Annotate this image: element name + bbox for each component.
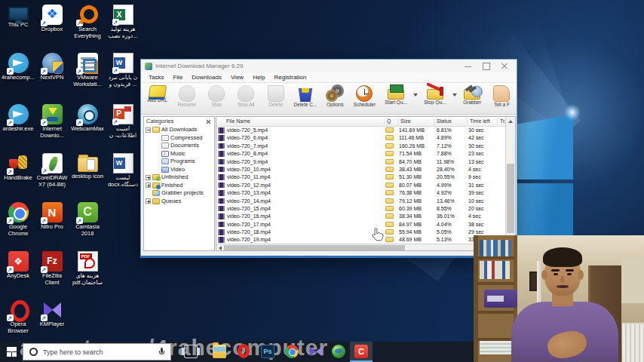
table-row[interactable]: video-720_8.mp4 71.54 MB 7.88% 23 sec [216, 150, 505, 158]
column-time-left[interactable]: Time left [467, 118, 490, 127]
expand-icon[interactable] [146, 198, 151, 204]
category-documents[interactable]: Documents [144, 142, 214, 150]
table-row[interactable]: video-720_16.mp4 38.34 MB 36.01% 4 sec [216, 213, 505, 220]
desktop-icon-filezilla[interactable]: FileZilla Client [35, 251, 69, 286]
menu-view[interactable]: View [226, 74, 248, 81]
resume-button[interactable]: Resume [172, 84, 201, 107]
taskbar-file-explorer[interactable] [208, 342, 231, 362]
microphone-icon[interactable] [159, 348, 164, 356]
category-grabber-projects[interactable]: Grabber projects [144, 189, 214, 198]
stop-button[interactable]: Stop [202, 84, 232, 107]
table-row[interactable]: video-720_15.mp4 60.39 MB 8.55% 20 sec [216, 205, 505, 213]
desktop-icon-pdf-file[interactable]: هزینه های ساختمان.pdf [70, 251, 105, 286]
column-queue[interactable]: Q [384, 118, 391, 127]
table-row[interactable]: video-720_10.mp4 38.43 MB 28.40% 4 sec [216, 166, 505, 173]
desktop-icon-this-pc[interactable]: This PC [1, 5, 35, 29]
taskbar-opera[interactable] [232, 342, 255, 362]
task-view-button[interactable] [179, 342, 202, 362]
taskbar-kmplayer[interactable] [305, 342, 327, 362]
category-programs[interactable]: Programs [144, 158, 214, 166]
desktop-icon-ppt-file[interactable]: امنیت اطلاعات- ن [106, 104, 140, 139]
desktop-icon-ardeshir[interactable]: ardeshir.exe [1, 104, 35, 133]
desktop-icon-chrome[interactable]: Google Chrome [1, 202, 35, 237]
search-input[interactable]: Type here to search [23, 343, 171, 360]
column-size[interactable]: Size [397, 118, 411, 127]
maximize-button[interactable] [477, 60, 495, 72]
category-compressed[interactable]: Compressed [144, 134, 214, 143]
menu-help[interactable]: Help [248, 74, 269, 81]
menu-downloads[interactable]: Downloads [187, 74, 226, 81]
scroll-left-icon[interactable] [219, 246, 222, 250]
desktop-icon-idm[interactable]: Internet Downlo... [35, 104, 69, 139]
desktop-icon-nextvpn[interactable]: NextVPN [35, 53, 69, 81]
category-all-downloads[interactable]: All Downloads [144, 126, 214, 134]
table-row[interactable]: video-720_6.mp4 111.46 MB 4.89% 42 sec [216, 134, 505, 142]
stop-queue-button[interactable]: Stop Qu... [419, 84, 452, 105]
scrollbar-thumb[interactable] [224, 245, 405, 250]
table-row[interactable]: video-720_14.mp4 79.12 MB 13.46% 10 sec [216, 198, 505, 205]
menu-registration[interactable]: Registration [270, 74, 311, 81]
category-finished[interactable]: Finished [144, 182, 214, 190]
menu-file[interactable]: File [168, 74, 187, 81]
desktop-icon-vmware[interactable]: VMware Workstati... [70, 53, 105, 87]
category-unfinished[interactable]: Unfinished [144, 173, 214, 182]
taskbar-camtasia-active[interactable] [350, 342, 373, 362]
taskbar-idm[interactable] [327, 342, 350, 362]
category-video[interactable]: Video [144, 166, 214, 174]
icon-label: Internet Downlo... [35, 126, 69, 139]
table-row[interactable]: video-720_9.mp4 84.70 MB 11.98% 13 sec [216, 158, 505, 166]
desktop-icon-kmplayer[interactable]: KMPlayer [35, 299, 69, 328]
file-name: video-720_7.mp4 [227, 143, 268, 149]
category-music[interactable]: Music [144, 150, 214, 158]
title-bar[interactable]: Internet Download Manager 6.29 [141, 60, 517, 72]
start-queue-button[interactable]: Start Qu... [379, 84, 412, 105]
column-status[interactable]: Status [434, 118, 452, 127]
delete-button[interactable]: Delete [261, 84, 290, 107]
desktop-icon-folder[interactable]: desktop icon [70, 153, 105, 180]
table-row[interactable]: video-720_11.mp4 51.30 MB 20.55% 9 sec [216, 173, 505, 181]
table-row[interactable]: video-720_19.mp4 48.69 MB 5.13% 33 sec [216, 236, 505, 244]
desktop-icon-handbrake[interactable]: HandBrake [1, 153, 35, 182]
table-row[interactable]: video-720_12.mp4 80.07 MB 4.99% 31 sec [216, 182, 505, 189]
desktop-icon-4rahecomputer[interactable]: 4rahecomp... [1, 53, 35, 81]
taskbar-chrome[interactable] [281, 342, 303, 362]
vertical-scrollbar[interactable] [505, 117, 515, 244]
desktop-icon-search-everything[interactable]: Search Everything [70, 5, 105, 39]
desktop-icon-opera[interactable]: Opera Browser [1, 299, 35, 334]
table-row[interactable]: video-720_7.mp4 160.26 MB 7.12% 30 sec [216, 143, 505, 150]
column-file-name[interactable]: File Name [216, 118, 250, 127]
expand-icon[interactable] [146, 175, 151, 180]
tell-a-friend-button[interactable]: Tell a F [487, 84, 517, 107]
minimize-button[interactable] [459, 60, 477, 72]
panel-close-icon[interactable] [205, 118, 212, 125]
grabber-button[interactable]: Grabber [458, 84, 487, 105]
delete-completed-button[interactable]: Delete C... [290, 84, 320, 107]
expand-icon[interactable] [146, 183, 151, 188]
desktop-icon-webcammax[interactable]: WebcamMax [70, 104, 105, 133]
scheduler-button[interactable]: Scheduler [350, 84, 379, 107]
table-row[interactable]: video-720_5.mp4 141.69 MB 6.81% 30 sec [216, 127, 505, 134]
collapse-icon[interactable] [146, 127, 151, 133]
taskbar-photoshop[interactable] [256, 342, 279, 362]
stop-all-button[interactable]: Stop All [232, 84, 261, 107]
horizontal-scrollbar[interactable] [216, 244, 505, 250]
table-row[interactable]: video-720_17.mp4 84.97 MB 4.04% 38 sec [216, 221, 505, 229]
table-row[interactable]: video-720_18.mp4 55.94 MB 5.05% 29 sec [216, 229, 505, 236]
desktop-icon-excel-file[interactable]: هزینه تولید ...دوره نصب [106, 5, 140, 39]
desktop-icon-docx-file[interactable]: لیست دستگاه.docx [106, 153, 140, 188]
menu-tasks[interactable]: Tasks [144, 74, 168, 81]
start-button[interactable] [0, 342, 23, 362]
scrollbar-thumb[interactable] [507, 164, 514, 233]
desktop-icon-nitro[interactable]: Nitro Pro [35, 202, 69, 231]
desktop-icon-camtasia[interactable]: Camtasia 2018 [70, 202, 105, 237]
desktop-icon-anydesk[interactable]: AnyDesk [1, 251, 35, 280]
desktop-icon-word-file[interactable]: ن پایانی نبرد ... فریدون و [106, 53, 140, 87]
close-button[interactable] [495, 60, 514, 72]
desktop-icon-coreldraw[interactable]: CorelDRAW X7 (64-Bit) [35, 153, 69, 188]
options-button[interactable]: Options [320, 84, 350, 107]
table-row[interactable]: video-720_13.mp4 76.38 MB 4.92% 39 sec [216, 189, 505, 197]
scroll-up-icon[interactable] [508, 120, 513, 123]
category-queues[interactable]: Queues [144, 198, 214, 206]
add-url-button[interactable]: Add URL [143, 84, 172, 103]
desktop-icon-dropbox[interactable]: Dropbox [35, 5, 69, 33]
